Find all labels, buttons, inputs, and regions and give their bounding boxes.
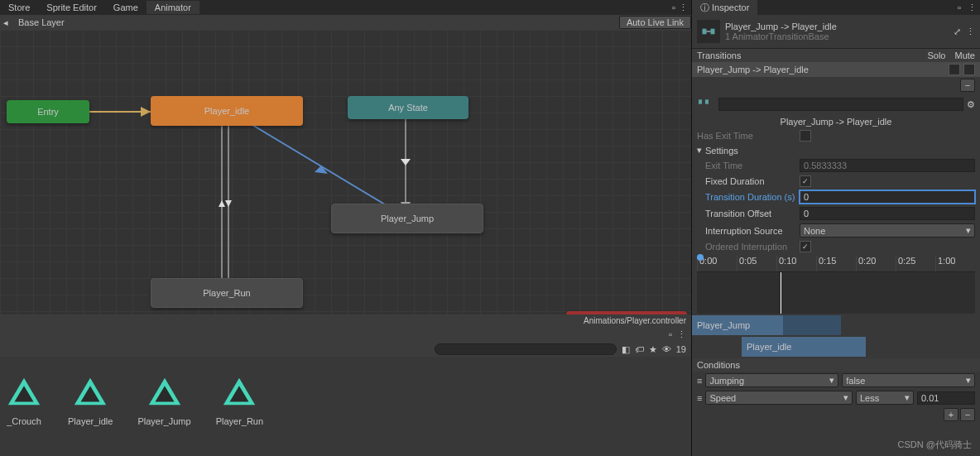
inspector-panel: ⓘ Inspector ▫ ⋮ Player_Jump -> Player_id… (692, 0, 980, 456)
chevron-down-icon: ▾ (843, 392, 848, 403)
tick: 0:20 (856, 256, 896, 271)
mute-checkbox[interactable] (963, 64, 975, 75)
condition-row: ≡ Jumping▾ false▾ (692, 372, 980, 389)
node-entry[interactable]: Entry (7, 100, 89, 123)
chevron-down-icon: ▾ (829, 375, 834, 386)
timeline-start-handle[interactable] (697, 254, 704, 261)
animation-clip-icon (220, 373, 258, 411)
solo-checkbox[interactable] (949, 64, 960, 75)
label-icon[interactable]: 🏷 (635, 344, 644, 354)
info-icon: ⓘ (700, 2, 709, 12)
svg-marker-4 (225, 200, 232, 207)
node-player-jump[interactable]: Player_Jump (331, 204, 483, 233)
exit-time-label: Exit Time (697, 161, 796, 170)
tab-animator[interactable]: Animator (147, 1, 199, 14)
project-search-bar: ◧ 🏷 ★ 👁19 (0, 342, 691, 357)
node-player-idle[interactable]: Player_idle (151, 96, 303, 126)
timeline-marker[interactable] (781, 272, 781, 314)
tick: 0:10 (776, 256, 816, 271)
svg-rect-12 (705, 99, 709, 103)
ordered-interruption-checkbox: ✓ (800, 241, 811, 252)
ordered-interruption-label: Ordered Interruption (697, 242, 796, 252)
asset-item[interactable]: Player_Jump (137, 373, 190, 439)
transition-icon (697, 20, 720, 43)
tick: 1:00 (935, 256, 975, 271)
auto-live-link-button[interactable]: Auto Live Link (619, 16, 691, 29)
asset-item[interactable]: Player_idle (68, 373, 113, 439)
drag-handle-icon[interactable]: ≡ (697, 376, 702, 386)
foldout-icon[interactable]: ▾ (697, 145, 702, 156)
transition-list-item[interactable]: Player_Jump -> Player_idle (697, 65, 945, 74)
clip-source[interactable]: Player_Jump (692, 315, 841, 335)
transition-icon (697, 95, 715, 113)
inspector-title: Player_Jump -> Player_idle (725, 22, 949, 31)
svg-line-5 (248, 122, 397, 212)
condition-param-select[interactable]: Speed▾ (705, 391, 853, 405)
tick: 0:15 (816, 256, 856, 271)
tab-game[interactable]: Game (105, 1, 147, 14)
transition-name-input[interactable] (718, 98, 963, 111)
condition-param-select[interactable]: Jumping▾ (705, 373, 838, 387)
condition-row: ≡ Speed▾ Less▾ (692, 389, 980, 406)
exit-time-value: 0.5833333 (800, 159, 975, 172)
interruption-source-label: Interruption Source (697, 226, 796, 236)
animation-clip-icon (146, 373, 184, 411)
clip-destination[interactable]: Player_idle (742, 337, 866, 357)
project-toolbar: ▫ ⋮ (0, 327, 691, 342)
solo-header: Solo (927, 50, 945, 60)
hidden-count: 19 (676, 344, 686, 354)
condition-value-select[interactable]: false▾ (842, 373, 975, 387)
editor-tabs: Store Sprite Editor Game Animator ▫ ⋮ (0, 0, 691, 15)
asset-label: Player_Jump (137, 416, 190, 426)
asset-grid: _Crouch Player_idle Player_Jump Player_R… (0, 357, 691, 456)
layer-dropdown-icon[interactable]: ◂ (0, 17, 12, 28)
fixed-duration-checkbox[interactable]: ✓ (800, 175, 811, 187)
drag-handle-icon[interactable]: ≡ (697, 393, 702, 403)
has-exit-time-checkbox[interactable] (800, 130, 811, 142)
hidden-icon[interactable]: 👁 (662, 344, 671, 354)
maximize-icon[interactable]: ▫ (669, 329, 672, 339)
remove-condition-button[interactable]: − (960, 408, 975, 421)
svg-rect-9 (703, 29, 707, 35)
expand-icon[interactable]: ⤢ (954, 26, 961, 37)
node-player-run[interactable]: Player_Run (151, 278, 303, 308)
gear-icon[interactable]: ⚙ (967, 99, 975, 110)
animator-graph[interactable]: Entry Player_idle Any State Player_Jump … (0, 30, 691, 314)
lock-icon[interactable]: ▫ (954, 2, 964, 12)
transition-timeline[interactable]: 0:00 0:05 0:10 0:15 0:20 0:25 1:00 (697, 256, 975, 314)
search-input[interactable] (435, 343, 617, 355)
menu-icon[interactable]: ⋮ (679, 2, 688, 13)
menu-icon[interactable]: ⋮ (964, 2, 980, 13)
node-any-state[interactable]: Any State (348, 96, 468, 119)
transitions-header: Transitions (697, 50, 924, 60)
transition-duration-input[interactable] (800, 190, 975, 204)
add-condition-button[interactable]: + (944, 408, 958, 421)
node-exit[interactable]: Exit (566, 311, 687, 314)
svg-marker-6 (315, 166, 328, 174)
svg-rect-10 (711, 29, 715, 35)
condition-value-input[interactable] (917, 391, 975, 405)
tab-sprite-editor[interactable]: Sprite Editor (38, 1, 105, 14)
asset-item[interactable]: _Crouch (5, 373, 43, 439)
menu-icon[interactable]: ⋮ (966, 26, 975, 37)
layer-name[interactable]: Base Layer (12, 17, 71, 28)
chevron-down-icon: ▾ (905, 392, 910, 403)
remove-transition-button[interactable]: − (960, 79, 975, 92)
asset-label: _Crouch (7, 416, 41, 426)
asset-item[interactable]: Player_Run (216, 373, 263, 439)
interruption-source-select[interactable]: None▾ (800, 223, 975, 238)
menu-icon[interactable]: ⋮ (677, 329, 686, 340)
favorite-icon[interactable]: ★ (649, 344, 657, 355)
transition-offset-value[interactable]: 0 (800, 207, 975, 220)
tick: 0:05 (737, 256, 776, 271)
svg-marker-8 (401, 159, 411, 166)
tab-store[interactable]: Store (0, 1, 38, 14)
condition-op-select[interactable]: Less▾ (856, 391, 914, 405)
animator-toolbar: ◂ Base Layer Auto Live Link (0, 15, 691, 30)
asset-label: Player_idle (68, 416, 113, 426)
tab-inspector[interactable]: ⓘ Inspector (692, 0, 757, 16)
settings-label: Settings (705, 146, 738, 156)
window-maximize-icon[interactable]: ▫ (672, 2, 675, 13)
filter-icon[interactable]: ◧ (622, 344, 630, 355)
animation-clip-icon (5, 373, 43, 411)
